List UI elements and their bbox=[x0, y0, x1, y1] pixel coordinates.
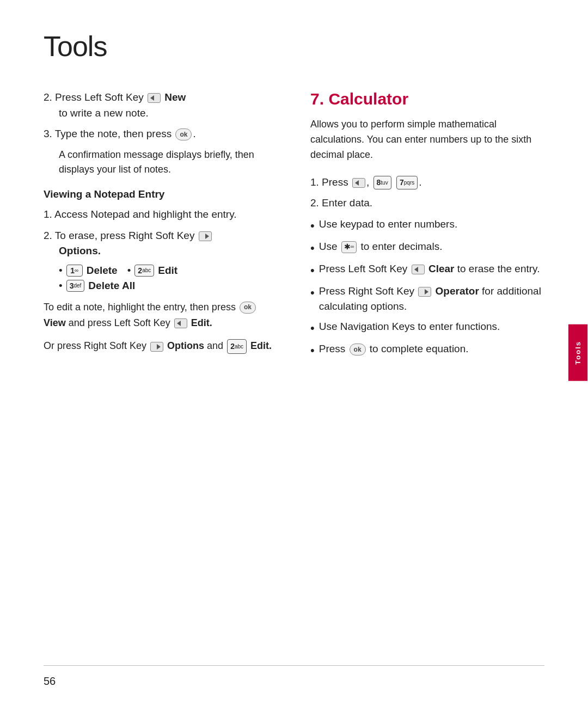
bullet-clear: • Press Left Soft Key Clear to erase the… bbox=[310, 261, 544, 279]
bullet-keypad-text: Use keypad to enter numbers. bbox=[319, 217, 458, 232]
right-column: 7. Calculator Allows you to perform simp… bbox=[310, 90, 544, 659]
bullet-nav-keys: • Use Navigation Keys to enter functions… bbox=[310, 319, 544, 337]
page-container: Tools Tools 2. Press Left Soft Key New t… bbox=[0, 0, 588, 705]
view-step2-before: 2. To erase, press Right Soft Key bbox=[44, 230, 194, 241]
softkey-calc-icon bbox=[352, 178, 365, 188]
inline-item-delete-all: • 3def Delete All bbox=[59, 280, 135, 292]
bullet-nav-keys-text: Use Navigation Keys to enter functions. bbox=[319, 319, 500, 335]
calc-step1-label: 1. Press bbox=[310, 176, 348, 188]
key-3def: 3def bbox=[66, 280, 85, 292]
confirmation-note: A confirmation message displays briefly,… bbox=[59, 148, 278, 178]
bullet-operator-text: Press Right Soft Key Operator for additi… bbox=[319, 284, 544, 315]
softkey-right-icon-step2 bbox=[199, 231, 212, 241]
view-step-1: 1. Access Notepad and highlight the entr… bbox=[44, 207, 278, 223]
bottom-divider bbox=[44, 665, 544, 666]
calc-step-2: 2. Enter data. bbox=[310, 195, 544, 211]
key-2abc-edit: 2abc bbox=[227, 339, 247, 353]
calc-bullet-list: • Use keypad to enter numbers. • Use ✱∞ … bbox=[310, 217, 544, 359]
bullet-star-text: Use ✱∞ to enter decimals. bbox=[319, 239, 443, 255]
softkey-left-icon-2 bbox=[174, 318, 187, 328]
bullet-keypad: • Use keypad to enter numbers. bbox=[310, 217, 544, 235]
ok-key: ok bbox=[175, 128, 192, 140]
ok-key-calc: ok bbox=[350, 344, 366, 355]
inline-item-delete: • 1∞ Delete bbox=[59, 265, 118, 277]
section-title: Calculator bbox=[328, 90, 408, 108]
key-8tuv: 8tuv bbox=[373, 176, 391, 189]
page-number: 56 bbox=[44, 675, 56, 688]
softkey-left-icon-3 bbox=[412, 265, 425, 274]
step2-text-after: to write a new note. bbox=[44, 106, 149, 121]
edit-paragraph: To edit a note, highlight the entry, the… bbox=[44, 299, 278, 331]
section-number: 7. bbox=[310, 90, 324, 108]
step-2: 2. Press Left Soft Key New to write a ne… bbox=[44, 90, 278, 121]
edit-paragraph-2: Or press Right Soft Key Options and 2abc… bbox=[44, 338, 278, 354]
inline-items-row2: • 3def Delete All bbox=[59, 280, 278, 292]
calc-intro: Allows you to perform simple mathematica… bbox=[310, 117, 544, 163]
step3-text: 3. Type the note, then press bbox=[44, 128, 171, 139]
calc-step2-label: 2. Enter data. bbox=[310, 197, 372, 209]
star-key: ✱∞ bbox=[341, 241, 357, 253]
step2-text-before: 2. Press Left Soft Key bbox=[44, 91, 144, 103]
softkey-left-icon bbox=[148, 93, 161, 103]
step-3: 3. Type the note, then press ok. bbox=[44, 126, 278, 142]
inline-items: • 1∞ Delete • 2abc Edit bbox=[59, 265, 278, 277]
softkey-right-icon-2 bbox=[150, 342, 163, 352]
side-tab: Tools bbox=[567, 0, 588, 705]
view-step-2: 2. To erase, press Right Soft Key Option… bbox=[44, 228, 278, 259]
main-content: Tools 2. Press Left Soft Key New to writ… bbox=[0, 0, 588, 705]
calc-step-1: 1. Press , 8tuv 7pqrs. bbox=[310, 175, 544, 191]
view-step2-after: Options. bbox=[59, 245, 101, 256]
bullet-complete: • Press ok to complete equation. bbox=[310, 341, 544, 359]
ok-key-2: ok bbox=[240, 302, 256, 314]
bullet-clear-text: Press Left Soft Key Clear to erase the e… bbox=[319, 261, 540, 277]
calculator-heading: 7. Calculator bbox=[310, 90, 544, 108]
two-columns: 2. Press Left Soft Key New to write a ne… bbox=[44, 90, 544, 659]
sub-heading: Viewing a Notepad Entry bbox=[44, 188, 278, 200]
left-column: 2. Press Left Soft Key New to write a ne… bbox=[44, 90, 278, 659]
key-7pqrs: 7pqrs bbox=[396, 176, 418, 189]
key-2abc: 2abc bbox=[134, 265, 154, 277]
step2-key-label: New bbox=[164, 91, 186, 103]
inline-item-edit: • 2abc Edit bbox=[127, 265, 177, 277]
key-1: 1∞ bbox=[66, 265, 83, 277]
bullet-star: • Use ✱∞ to enter decimals. bbox=[310, 239, 544, 257]
bullet-operator: • Press Right Soft Key Operator for addi… bbox=[310, 284, 544, 315]
bullet-complete-text: Press ok to complete equation. bbox=[319, 341, 469, 357]
side-tab-label: Tools bbox=[568, 324, 587, 381]
page-title: Tools bbox=[44, 30, 544, 63]
softkey-right-icon-3 bbox=[418, 287, 431, 297]
